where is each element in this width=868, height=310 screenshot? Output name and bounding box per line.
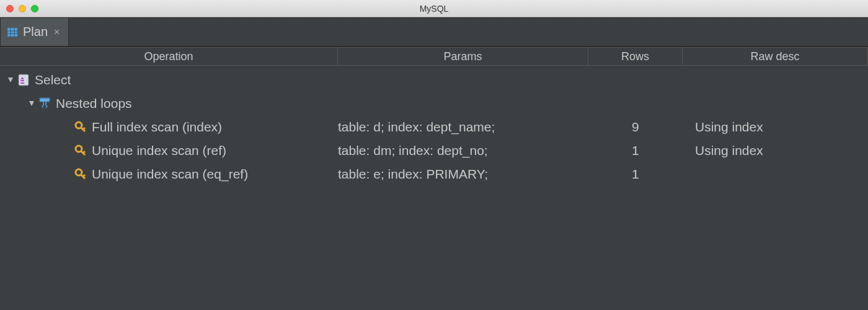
disclosure-triangle-icon[interactable] (26, 100, 37, 107)
nested-loops-icon (37, 97, 52, 110)
svg-rect-9 (20, 82, 24, 84)
header-operation[interactable]: Operation (0, 47, 338, 65)
params-cell: table: e; index: PRIMARY; (338, 167, 588, 182)
tab-close-button[interactable]: × (54, 27, 60, 38)
tree-row-select[interactable]: Select (0, 68, 868, 92)
disclosure-triangle-icon[interactable] (5, 76, 16, 84)
rows-cell: 1 (588, 167, 683, 182)
svg-marker-10 (29, 101, 34, 106)
rows-cell: 9 (588, 120, 683, 135)
header-params[interactable]: Params (338, 47, 588, 65)
tree-row-leaf[interactable]: Unique index scan (ref) table: dm; index… (0, 139, 868, 162)
svg-marker-16 (46, 105, 48, 109)
op-label: Full index scan (index) (92, 120, 222, 135)
key-icon (73, 144, 88, 157)
rows-cell: 1 (588, 143, 683, 158)
tree-row-nested-loops[interactable]: Nested loops (0, 92, 868, 115)
tree-row-leaf[interactable]: Unique index scan (eq_ref) table: e; ind… (0, 162, 868, 186)
op-label: Nested loops (56, 96, 132, 111)
header-rows[interactable]: Rows (588, 47, 683, 65)
svg-marker-15 (42, 105, 43, 109)
svg-line-19 (83, 128, 85, 130)
tab-plan[interactable]: Plan × (0, 17, 69, 46)
tab-label: Plan (23, 25, 48, 39)
titlebar: MySQL (0, 0, 868, 17)
op-label: Unique index scan (eq_ref) (92, 167, 248, 182)
params-cell: table: dm; index: dept_no; (338, 143, 588, 158)
window-title: MySQL (420, 4, 449, 14)
plan-tree: Select Nested loops (0, 66, 868, 186)
table-icon (7, 27, 18, 38)
window-maximize-button[interactable] (31, 5, 38, 12)
window-minimize-button[interactable] (19, 5, 26, 12)
svg-rect-12 (40, 98, 50, 99)
svg-rect-8 (20, 80, 24, 81)
svg-line-25 (83, 175, 85, 177)
traffic-lights (0, 5, 38, 12)
window-close-button[interactable] (6, 5, 14, 12)
svg-line-22 (83, 151, 85, 153)
key-icon (73, 168, 88, 180)
params-cell: table: d; index: dept_name; (338, 120, 588, 135)
tree-row-leaf[interactable]: Full index scan (index) table: d; index:… (0, 115, 868, 139)
tab-bar: Plan × (0, 17, 868, 47)
select-icon (16, 73, 31, 87)
header-raw-desc[interactable]: Raw desc (683, 47, 868, 65)
svg-rect-0 (7, 28, 17, 37)
op-label: Unique index scan (ref) (92, 143, 226, 158)
svg-marker-5 (8, 78, 13, 82)
raw-cell: Using index (683, 143, 868, 158)
column-headers: Operation Params Rows Raw desc (0, 47, 868, 66)
key-icon (73, 121, 88, 133)
raw-cell: Using index (683, 120, 868, 135)
op-label: Select (35, 73, 71, 87)
